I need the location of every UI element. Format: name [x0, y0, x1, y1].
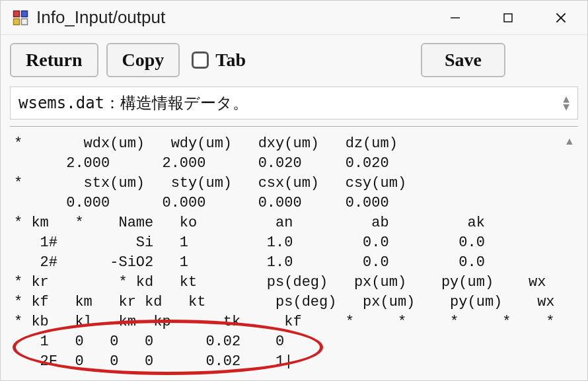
- save-button[interactable]: Save: [421, 43, 505, 77]
- svg-line-7: [556, 13, 565, 22]
- tab-checkbox-wrap: Tab: [192, 50, 246, 71]
- svg-rect-3: [22, 18, 28, 24]
- return-button[interactable]: Return: [10, 43, 98, 77]
- file-header-text: wsems.dat：構造情報データ。: [18, 92, 248, 114]
- svg-line-6: [556, 13, 565, 22]
- window-title: Info_Input/output: [36, 7, 429, 28]
- scroll-up-arrow-icon[interactable]: ▲: [561, 131, 578, 380]
- app-window: Info_Input/output Return Copy Tab Save w…: [0, 0, 588, 381]
- minimize-button[interactable]: [429, 1, 482, 35]
- spinner-arrows-icon[interactable]: ▲▼: [563, 95, 570, 111]
- close-button[interactable]: [534, 1, 587, 35]
- copy-button[interactable]: Copy: [106, 43, 180, 77]
- svg-rect-0: [14, 11, 20, 17]
- svg-rect-1: [22, 11, 28, 17]
- svg-rect-5: [504, 14, 512, 22]
- file-header-field[interactable]: wsems.dat：構造情報データ。 ▲▼: [10, 87, 578, 120]
- titlebar: Info_Input/output: [1, 1, 587, 35]
- app-icon: [13, 10, 28, 26]
- tab-label: Tab: [215, 50, 246, 71]
- maximize-button[interactable]: [482, 1, 534, 35]
- data-text[interactable]: * wdx(um) wdy(um) dxy(um) dz(um) 2.000 2…: [10, 131, 561, 380]
- svg-rect-2: [14, 18, 20, 24]
- content-area: * wdx(um) wdy(um) dxy(um) dz(um) 2.000 2…: [10, 131, 578, 380]
- tab-checkbox[interactable]: [192, 52, 209, 69]
- toolbar: Return Copy Tab Save: [1, 35, 587, 84]
- divider: [10, 126, 578, 127]
